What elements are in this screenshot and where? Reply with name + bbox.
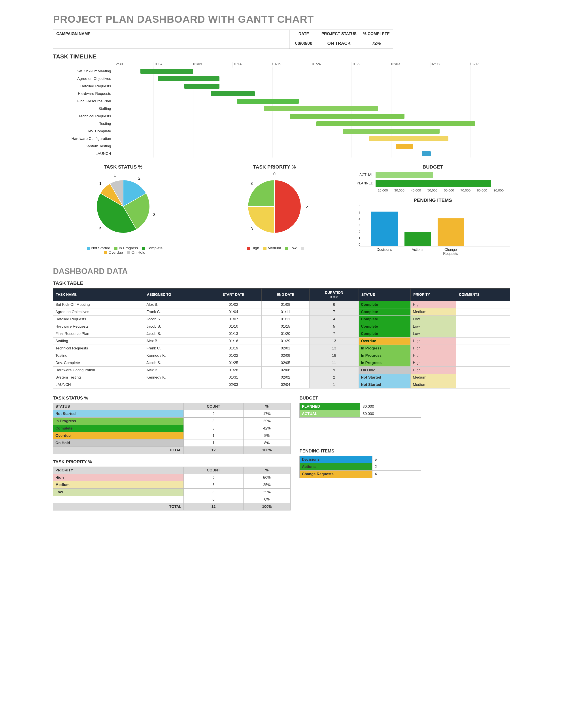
table-row: Complete542% [53,425,291,432]
table-row: StaffingAlex B.01/1601/2913OverdueHigh [53,338,510,345]
gantt-task-label: Detailed Requests [53,83,114,90]
task-col-header: PRIORITY [411,289,456,301]
pie-value: 3 [250,181,253,186]
budget-tick: 60,000 [444,188,460,192]
page-title: PROJECT PLAN DASHBOARD WITH GANTT CHART [53,13,510,25]
date-label: DATE [290,30,318,38]
pending-bar [371,212,398,246]
charts-row: TASK STATUS % 23511 Not Started In Progr… [53,164,510,256]
gantt-bar [369,136,448,141]
budget-tick: 80,000 [477,188,493,192]
table-row: Hardware RequestsJacob S.01/1001/155Comp… [53,323,510,330]
task-col-header: STATUS [359,289,411,301]
table-row: ACTUAL50,000 [300,410,421,418]
gantt-bar [184,84,219,89]
pie-value: 0 [273,172,275,176]
legend-low: Low [290,246,297,250]
budget-tick: 30,000 [394,188,411,192]
pie-value: 5 [99,227,101,231]
budget-summary-title: BUDGET [300,396,473,401]
budget-tick: 70,000 [460,188,477,192]
table-row: LAUNCH02/0302/041Not StartedMedium [53,381,510,388]
pie-value: 3 [153,212,155,217]
gantt-tick: 01/29 [352,62,391,68]
pie-value: 3 [250,227,253,231]
gantt-bar [290,114,404,119]
gantt-task-label: Technical Requests [53,113,114,120]
gantt-bar [343,129,440,134]
pie-value: 1 [99,181,101,186]
budget-bar [376,172,433,178]
table-row: Agree on ObjectivesFrank C.01/0401/117Co… [53,308,510,316]
complete-value: 72% [360,38,393,49]
table-row: TestingKennedy K.01/2202/0918In Progress… [53,352,510,359]
pie-slice [274,180,301,233]
budget-tick: 90,000 [493,188,510,192]
gantt-task-label: Agree on Objectives [53,75,114,83]
col-pct: % [243,403,291,410]
date-value[interactable]: 00/00/00 [290,38,318,49]
pending-label-actions: Actions [404,248,431,256]
table-row: Overdue18% [53,432,291,439]
legend-complete: Complete [147,246,163,250]
table-row: Dev. CompleteJacob S.01/2502/0511In Prog… [53,359,510,367]
pending-summary-title: PENDING ITEMS [300,448,473,454]
status-value[interactable]: ON TRACK [319,38,360,49]
gantt-task-label: LAUNCH [53,150,114,158]
gantt-bar [140,69,193,74]
gantt-title: TASK TIMELINE [53,53,510,60]
pending-title: PENDING ITEMS [356,197,510,203]
campaign-name-input[interactable] [53,38,289,47]
budget-tick: 20,000 [378,188,394,192]
priority-summary-table: PRIORITY COUNT % High650%Medium325%Low32… [53,467,291,510]
gantt-tick: 01/09 [193,62,233,68]
gantt-bar [317,121,475,126]
complete-label: % COMPLETE [360,30,393,38]
task-priority-pie: TASK PRIORITY % 6330 High Medium Low [204,164,345,256]
col-ppct: % [243,467,291,474]
pie-value: 1 [114,173,116,177]
gantt-task-label: Set Kick-Off Meeting [53,68,114,75]
gantt-tick: 12/30 [114,62,153,68]
gantt-task-label: Testing [53,120,114,128]
status-summary-title: TASK STATUS % [53,396,291,401]
task-col-header: START DATE [205,289,261,301]
table-row: High650% [53,474,291,481]
gantt-tick: 02/03 [391,62,431,68]
table-row: Set Kick-Off MeetingAlex B.01/0201/086Co… [53,301,510,308]
gantt-task-label: Staffing [53,105,114,113]
table-row: Technical RequestsFrank C.01/1902/0113In… [53,345,510,352]
table-row: Hardware ConfigurationAlex B.01/2802/069… [53,367,510,374]
budget-tick: 50,000 [428,188,444,192]
task-col-header: ASSIGNED TO [144,289,205,301]
task-col-header: TASK NAME [53,289,144,301]
legend-overdue: Overdue [109,250,123,255]
table-row: On Hold18% [53,439,291,447]
gantt-bar [237,99,299,104]
gantt-tick: 01/24 [312,62,352,68]
status-label: PROJECT STATUS [319,30,360,38]
task-table: TASK NAMEASSIGNED TOSTART DATEEND DATEDU… [53,288,510,388]
gantt-task-label: Hardware Configuration [53,135,114,143]
gantt-tick: 01/19 [272,62,312,68]
col-priority: PRIORITY [53,467,184,474]
table-row: Detailed RequestsJacob S.01/0701/114Comp… [53,316,510,323]
budget-and-pending: BUDGET ACTUALPLANNED 20,00030,00040,0005… [356,164,510,256]
gantt-task-label: Hardware Requests [53,90,114,98]
pie-value: 6 [306,204,308,208]
gantt-bar [158,76,219,81]
gantt-bar [263,106,378,111]
legend-high: High [251,246,259,250]
table-row: Medium325% [53,481,291,489]
gantt-bar [422,151,431,156]
budget-tick: 40,000 [411,188,428,192]
pending-label-decisions: Decisions [371,248,398,256]
table-row: Actions2 [300,463,421,471]
task-priority-title: TASK PRIORITY % [204,164,345,170]
task-col-header: DURATIONin days [310,289,359,301]
task-status-legend: Not Started In Progress Complete Overdue… [53,246,193,255]
table-row: Final Resource PlanJacob S.01/1301/207Co… [53,330,510,338]
col-status: STATUS [53,403,184,410]
pending-summary-table: Decisions5Actions2Change Requests4 [300,456,421,478]
col-pcount: COUNT [184,467,243,474]
